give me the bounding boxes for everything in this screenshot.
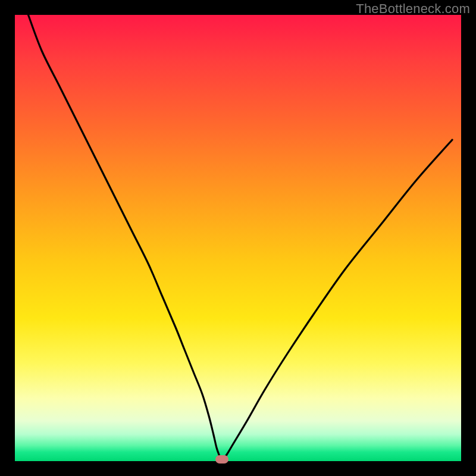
minimum-marker (215, 455, 228, 464)
curve-svg (15, 15, 461, 461)
bottleneck-curve (29, 15, 453, 460)
plot-area (15, 15, 461, 461)
chart-frame: TheBottleneck.com (0, 0, 476, 476)
